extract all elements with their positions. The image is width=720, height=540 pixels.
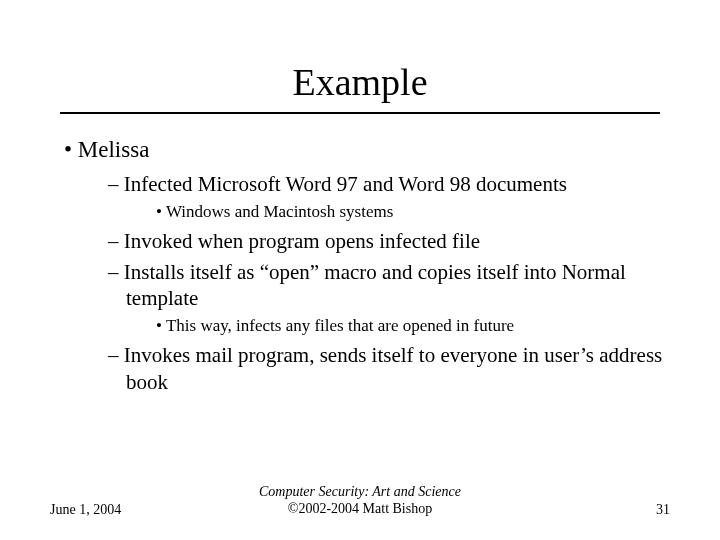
bullet-text: Invoked when program opens infected file (124, 229, 480, 253)
slide: Example Melissa Infected Microsoft Word … (0, 0, 720, 540)
footer-copyright: ©2002-2004 Matt Bishop (259, 501, 461, 518)
footer-page-number: 31 (580, 502, 670, 518)
bullet-l3: This way, infects any files that are ope… (54, 315, 666, 336)
footer-date: June 1, 2004 (50, 502, 140, 518)
bullet-text: Installs itself as “open” macro and copi… (124, 260, 626, 310)
title-rule (60, 112, 660, 114)
slide-body: Melissa Infected Microsoft Word 97 and W… (50, 136, 670, 395)
bullet-l2: Invoked when program opens infected file (54, 228, 666, 254)
bullet-text: Infected Microsoft Word 97 and Word 98 d… (124, 172, 567, 196)
slide-footer: June 1, 2004 Computer Security: Art and … (0, 484, 720, 518)
bullet-l2: Infected Microsoft Word 97 and Word 98 d… (54, 171, 666, 197)
bullet-text: Melissa (78, 137, 150, 162)
bullet-text: This way, infects any files that are ope… (166, 316, 514, 335)
footer-source: Computer Security: Art and Science (259, 484, 461, 501)
bullet-l2: Invokes mail program, sends itself to ev… (54, 342, 666, 395)
footer-center: Computer Security: Art and Science ©2002… (259, 484, 461, 518)
bullet-l2: Installs itself as “open” macro and copi… (54, 259, 666, 312)
bullet-text: Windows and Macintosh systems (166, 202, 393, 221)
bullet-l1: Melissa (54, 136, 666, 165)
slide-title: Example (50, 60, 670, 104)
bullet-text: Invokes mail program, sends itself to ev… (124, 343, 662, 393)
bullet-l3: Windows and Macintosh systems (54, 201, 666, 222)
